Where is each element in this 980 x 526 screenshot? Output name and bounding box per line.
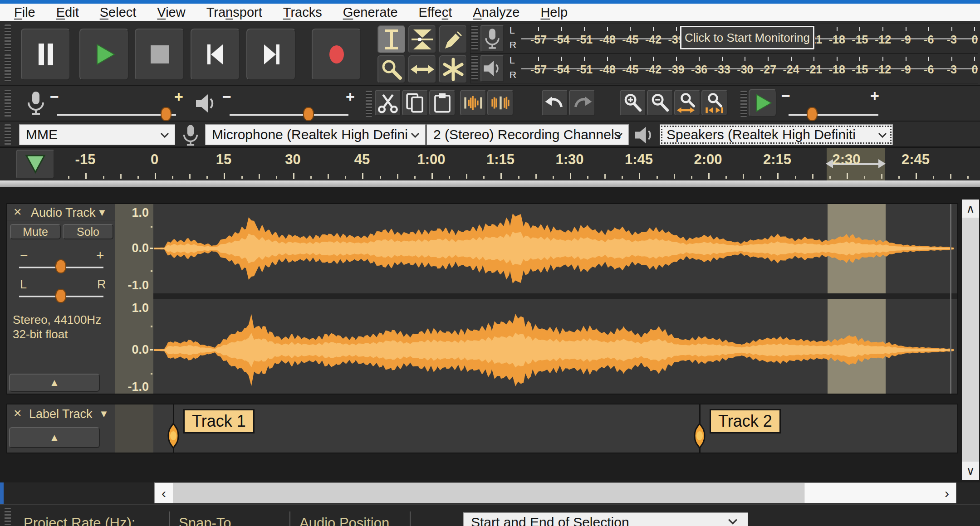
menu-item-transport[interactable]: Transport: [196, 5, 273, 20]
recording-device-dropdown[interactable]: Microphone (Realtek High Defini: [205, 124, 426, 145]
menu-item-generate[interactable]: Generate: [333, 5, 408, 20]
track-label[interactable]: Track 2: [710, 409, 781, 433]
playback-volume-thumb[interactable]: [303, 107, 314, 121]
stop-button[interactable]: [135, 29, 184, 80]
scroll-right-button[interactable]: ›: [938, 483, 956, 503]
copy-button[interactable]: [402, 90, 428, 116]
close-track-button[interactable]: ×: [14, 204, 22, 219]
channel-divider: [153, 293, 957, 299]
multi-tool-button[interactable]: [439, 55, 467, 83]
playback-volume-slider[interactable]: [230, 114, 348, 116]
timeline-pin-button[interactable]: [16, 150, 54, 179]
track-label[interactable]: Track 1: [183, 409, 255, 433]
window-top-edge: [0, 0, 980, 4]
waveform-area[interactable]: [153, 204, 957, 394]
transport-toolbar-grip[interactable]: [5, 24, 11, 52]
mute-button[interactable]: Mute: [10, 224, 61, 239]
record-meter-mic-button[interactable]: [480, 25, 504, 52]
vertical-scrollbar[interactable]: ∧ ∨: [962, 200, 979, 480]
trim-audio-button[interactable]: [460, 90, 486, 116]
record-meter-scale[interactable]: -57-54-51-48-45-42-39-36-33-30-27-24-21-…: [521, 24, 978, 54]
pause-button[interactable]: [21, 29, 70, 80]
label-area[interactable]: Track 1Track 2: [153, 404, 957, 453]
monitor-tooltip[interactable]: Click to Start Monitoring: [680, 26, 814, 49]
vertical-scroll-thumb[interactable]: [962, 218, 979, 462]
meter-tick: [974, 27, 975, 31]
silence-audio-button[interactable]: [487, 90, 514, 116]
recording-channels-dropdown[interactable]: 2 (Stereo) Recording Channels: [426, 124, 629, 145]
redo-button[interactable]: [569, 90, 595, 116]
mixer-toolbar-grip[interactable]: [5, 90, 11, 117]
label-pin-icon[interactable]: [693, 423, 706, 449]
scroll-up-button[interactable]: ∧: [962, 200, 979, 218]
solo-button[interactable]: Solo: [63, 224, 113, 239]
menu-item-view[interactable]: View: [147, 5, 196, 20]
draw-tool-button[interactable]: [439, 25, 467, 54]
skip-to-start-button[interactable]: [191, 29, 240, 80]
selection-tool-button[interactable]: [377, 25, 406, 54]
zoom-tool-button[interactable]: [377, 55, 406, 83]
timeline-ruler[interactable]: -1501530451:001:151:301:452:002:152:302:…: [0, 148, 980, 180]
undo-button[interactable]: [542, 90, 568, 116]
tools-toolbar-grip[interactable]: [5, 54, 11, 82]
play-meter-speaker-button[interactable]: [480, 55, 504, 82]
track-menu-button[interactable]: ▼: [97, 207, 107, 219]
playback-device-dropdown[interactable]: Speakers (Realtek High Definiti: [660, 124, 893, 145]
record-button[interactable]: [312, 29, 361, 80]
zoom-out-button[interactable]: [647, 90, 673, 116]
gain-thumb[interactable]: [55, 259, 66, 273]
record-volume-slider[interactable]: [57, 114, 176, 116]
timeline-minor-tick: [864, 176, 865, 179]
fit-selection-button[interactable]: [674, 90, 701, 116]
zoom-in-button[interactable]: [620, 90, 646, 116]
recording-meter[interactable]: L R -57-54-51-48-45-42-39-36-33-30-27-24…: [470, 24, 978, 54]
cut-button[interactable]: [375, 90, 401, 116]
recording-meter-grip[interactable]: [471, 26, 478, 51]
play-speed-toolbar-grip[interactable]: [740, 91, 747, 117]
play-meter-scale[interactable]: -57-54-51-48-45-42-39-36-33-30-27-24-21-…: [521, 54, 978, 84]
audio-track-row: × Audio Track ▼ Mute Solo − + L R Stereo…: [6, 203, 958, 394]
timeline-label: 30: [285, 151, 300, 168]
menu-item-effect[interactable]: Effect: [408, 5, 463, 20]
menu-item-help[interactable]: Help: [530, 5, 578, 20]
device-toolbar: MME Microphone (Realtek High Defini 2 (S…: [0, 122, 980, 148]
collapse-track-button[interactable]: ▲: [9, 374, 100, 392]
ruler-dot: [151, 373, 152, 375]
menu-item-select[interactable]: Select: [89, 5, 147, 20]
horizontal-scroll-thumb[interactable]: [173, 483, 804, 503]
playback-meter-grip[interactable]: [471, 56, 478, 81]
scroll-left-button[interactable]: ‹: [155, 483, 173, 503]
play-speed-slider[interactable]: [789, 114, 878, 116]
close-label-track-button[interactable]: ×: [14, 405, 22, 421]
device-toolbar-grip[interactable]: [5, 124, 11, 145]
chevron-down-icon: [411, 132, 420, 138]
menu-item-edit[interactable]: Edit: [46, 5, 89, 20]
pan-thumb[interactable]: [55, 289, 66, 303]
menu-item-analyze[interactable]: Analyze: [462, 5, 530, 20]
meter-tick: [859, 57, 860, 61]
menu-item-file[interactable]: File: [4, 5, 46, 20]
paste-button[interactable]: [429, 90, 456, 116]
timeshift-tool-button[interactable]: [408, 55, 436, 83]
collapse-label-track-button[interactable]: ▲: [9, 427, 100, 448]
menu-item-tracks[interactable]: Tracks: [273, 5, 333, 20]
label-track-menu-button[interactable]: ▼: [99, 408, 109, 420]
skip-to-end-button[interactable]: [246, 29, 296, 80]
edit-toolbar-grip[interactable]: [366, 91, 372, 117]
audio-host-dropdown[interactable]: MME: [19, 124, 175, 145]
track-right-edge: [950, 204, 951, 394]
selection-mode-dropdown[interactable]: Start and End of Selection: [463, 512, 748, 526]
playback-meter[interactable]: L R -57-54-51-48-45-42-39-36-33-30-27-24…: [470, 54, 978, 83]
play-button[interactable]: [79, 29, 129, 80]
ruler-dot: [151, 226, 152, 228]
label-pin-icon[interactable]: [167, 423, 180, 449]
fit-project-button[interactable]: [701, 90, 728, 116]
audio-host-value: MME: [26, 127, 58, 142]
record-volume-thumb[interactable]: [161, 107, 172, 121]
horizontal-scrollbar[interactable]: ‹ ›: [154, 482, 956, 503]
play-speed-thumb[interactable]: [807, 107, 818, 121]
envelope-tool-button[interactable]: [408, 25, 436, 54]
record-volume-plus: +: [174, 89, 183, 104]
scroll-down-button[interactable]: ∨: [962, 462, 979, 480]
play-at-speed-button[interactable]: [749, 89, 777, 117]
